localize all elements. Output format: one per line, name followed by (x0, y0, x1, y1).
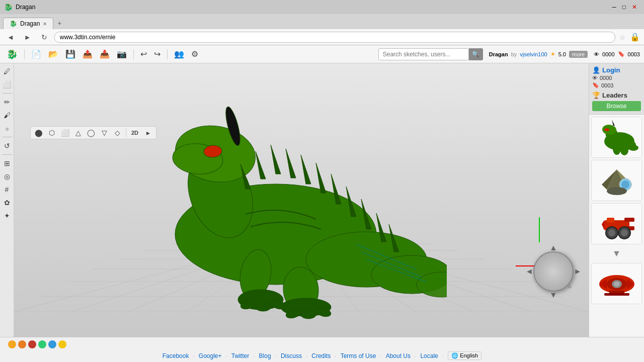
settings-btn[interactable]: ⚙ (189, 48, 201, 60)
restore-btn[interactable]: □ (619, 4, 629, 11)
tool-extra4[interactable]: ✦ (1, 210, 13, 222)
tool-rotate[interactable]: ↺ (1, 140, 13, 152)
minimize-btn[interactable]: ─ (609, 4, 619, 11)
search-button[interactable]: 🔍 (469, 48, 483, 60)
nav-down[interactable]: ▼ (549, 291, 557, 300)
forward-btn[interactable]: ► (21, 32, 34, 42)
footer-googleplus[interactable]: Google+ (199, 352, 222, 359)
color-yellow[interactable] (8, 340, 16, 348)
footer-blog[interactable]: Blog (259, 352, 271, 359)
tool-extra2[interactable]: ◎ (1, 170, 13, 183)
import-btn[interactable]: 📥 (97, 48, 112, 60)
new-btn[interactable]: 📄 (29, 48, 44, 60)
tab-bar: 🐉 Dragan ✕ + (0, 14, 644, 29)
color-orange[interactable] (18, 340, 26, 348)
open-btn[interactable]: 📂 (46, 48, 61, 60)
color-green[interactable] (38, 340, 46, 348)
tool-select[interactable]: 🖊 (1, 65, 13, 77)
shape-cube[interactable]: ⬜ (59, 127, 71, 138)
logo-btn[interactable]: 🐉 (4, 47, 20, 61)
svg-point-47 (301, 311, 316, 319)
tool-extra3[interactable]: ✿ (1, 197, 13, 209)
tool-erase[interactable]: ⬦ (1, 122, 13, 134)
color-blue[interactable] (48, 340, 56, 348)
app-container: 🐉 📄 📂 💾 📤 📥 📷 ↩ ↪ 👥 ⚙ 🔍 Dragan by vjselv… (0, 45, 644, 362)
viewport[interactable]: ▲ ▼ ◄ ► ⌂ (14, 63, 589, 337)
browse-button[interactable]: Browse (592, 101, 641, 111)
svg-marker-75 (602, 220, 604, 230)
color-light-yellow[interactable] (58, 340, 66, 348)
nav-up[interactable]: ▲ (549, 243, 557, 252)
shape-circle[interactable]: ⬤ (33, 127, 45, 138)
tool-sep-3 (2, 154, 12, 155)
tool-sep-2 (2, 137, 12, 137)
save-btn[interactable]: 💾 (63, 48, 78, 60)
shape-diamond[interactable]: ◇ (111, 127, 123, 138)
back-btn[interactable]: ◄ (4, 32, 17, 42)
shape-more[interactable]: ▸ (142, 127, 154, 138)
nav-left[interactable]: ◄ (525, 267, 533, 276)
nav-home[interactable]: ⌂ (568, 283, 572, 290)
tool-box[interactable]: ⬜ (1, 78, 13, 90)
svg-rect-83 (604, 293, 629, 296)
toolbar-divider-1 (24, 49, 25, 59)
tool-draw[interactable]: ✏ (1, 96, 13, 108)
stat-count-2: 0003 (601, 82, 613, 88)
sketch-username[interactable]: vjselvin100 (520, 51, 547, 57)
tab-close-btn[interactable]: ✕ (43, 21, 47, 27)
footer-twitter[interactable]: Twitter (231, 352, 249, 359)
thumb-img-2 (592, 160, 641, 201)
shape-cylinder[interactable]: ⬡ (46, 127, 58, 138)
undo-btn[interactable]: ↩ (138, 48, 149, 60)
shape-2d[interactable]: 2D (129, 127, 141, 138)
tool-extra1[interactable]: ⊞ (1, 157, 13, 169)
footer-locale[interactable]: Locale (420, 352, 438, 359)
tool-grid[interactable]: # (1, 184, 13, 196)
svg-point-73 (621, 229, 628, 236)
tool-paint[interactable]: 🖌 (1, 109, 13, 121)
nav-right[interactable]: ► (574, 267, 582, 276)
language-btn[interactable]: 🌐 English (448, 351, 481, 360)
app-toolbar: 🐉 📄 📂 💾 📤 📥 📷 ↩ ↪ 👥 ⚙ 🔍 Dragan by vjselv… (0, 45, 644, 63)
dragon-model (105, 73, 447, 335)
leader-thumb-1[interactable] (591, 117, 642, 158)
footer-facebook[interactable]: Facebook (163, 352, 189, 359)
nav-ring[interactable]: ▲ ▼ ◄ ► ⌂ (533, 251, 574, 292)
login-label[interactable]: Login (602, 66, 620, 74)
footer-top (0, 337, 644, 348)
color-red[interactable] (28, 340, 36, 348)
close-btn[interactable]: ✕ (629, 4, 640, 11)
screenshot-btn[interactable]: 📷 (114, 48, 129, 60)
leader-thumb-2[interactable] (591, 160, 642, 201)
leader-thumb-4[interactable] (591, 263, 642, 304)
redo-btn[interactable]: ↪ (151, 48, 163, 60)
footer-terms[interactable]: Terms of Use (341, 352, 376, 359)
svg-point-59 (613, 143, 621, 155)
shape-sep (126, 128, 126, 137)
nav-cube[interactable]: ▲ ▼ ◄ ► ⌂ (533, 251, 579, 297)
tool-sep-1 (2, 93, 12, 94)
bookmark-icon: 🔖 (618, 51, 625, 57)
active-tab[interactable]: 🐉 Dragan ✕ (3, 18, 53, 29)
new-tab-btn[interactable]: + (53, 17, 65, 29)
bookmark-star[interactable]: ☆ (619, 33, 626, 41)
community-btn[interactable]: 👥 (172, 48, 187, 60)
shape-torus[interactable]: ◯ (85, 127, 97, 138)
shape-pyramid[interactable]: △ (72, 127, 84, 138)
footer-about[interactable]: About Us (386, 352, 411, 359)
login-row: 👤 Login (592, 66, 641, 74)
search-input[interactable] (378, 48, 469, 60)
url-input[interactable] (54, 32, 615, 43)
down-arrow[interactable]: ▼ (591, 246, 642, 261)
shape-toolbar: ⬤ ⬡ ⬜ △ ◯ ▽ ◇ 2D ▸ (30, 126, 156, 139)
footer-credits[interactable]: Credits (311, 352, 331, 359)
shape-cone[interactable]: ▽ (98, 127, 110, 138)
footer-discuss[interactable]: Discuss (281, 352, 302, 359)
stats-row-1: 👁 0000 (592, 75, 641, 81)
leaders-row: 🏆 Leaders (592, 92, 641, 99)
refresh-btn[interactable]: ↻ (38, 32, 50, 42)
more-button[interactable]: more (569, 51, 588, 58)
export-btn[interactable]: 📤 (80, 48, 95, 60)
stats-area: 👁 0000 🔖 0003 (594, 51, 640, 57)
leader-thumb-3[interactable] (591, 203, 642, 244)
